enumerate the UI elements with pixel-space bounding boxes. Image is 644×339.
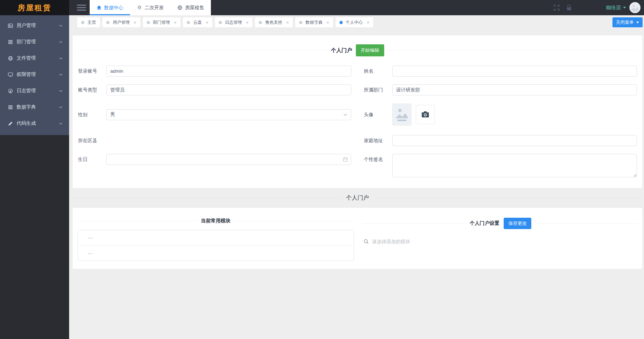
- close-icon[interactable]: ×: [367, 20, 370, 25]
- close-icon[interactable]: ×: [246, 20, 249, 25]
- avatar[interactable]: [629, 2, 640, 13]
- chevron-down-icon: [59, 24, 63, 28]
- sidebar-item-label: 权限管理: [17, 71, 59, 78]
- sidebar-item-label: 用户管理: [17, 22, 59, 29]
- tab-label: 主页: [88, 20, 96, 26]
- sidebar-background: [0, 135, 69, 339]
- tab-dot-icon: [219, 21, 222, 24]
- sidebar-menu: 用户管理 部门管理 文件管理: [0, 15, 69, 135]
- divider-title: 个人门户: [346, 194, 369, 202]
- top-navbar: 数据中心 二次开发 房屋租售 幽络源: [69, 0, 644, 15]
- list-item[interactable]: ---: [78, 230, 354, 245]
- field-district: 所在区县: [78, 135, 351, 146]
- sidebar-item-log-management[interactable]: 日志管理: [0, 83, 69, 99]
- portal-section-header: 个人门户 开始编辑: [78, 44, 637, 56]
- tab-dot-icon: [340, 21, 343, 24]
- top-nav-tabs: 数据中心 二次开发 房屋租售: [90, 0, 211, 15]
- user-menu[interactable]: 幽络源: [606, 2, 640, 13]
- tab-role-support[interactable]: 角色支持 ×: [255, 17, 293, 27]
- field-label: 性别: [78, 109, 106, 120]
- nav-item-data-center[interactable]: 数据中心: [90, 0, 130, 15]
- chevron-down-icon: [59, 56, 63, 60]
- form-row: 登录账号 姓名: [78, 66, 637, 77]
- tab-home[interactable]: 主页: [77, 17, 100, 27]
- module-list: --- ---: [78, 230, 354, 261]
- home-address-input[interactable]: [392, 135, 637, 146]
- tab-log-management[interactable]: 日志管理 ×: [215, 17, 253, 27]
- divider-line: [535, 223, 639, 224]
- tab-dot-icon: [259, 21, 262, 24]
- sidebar-item-code-generation[interactable]: 代码生成: [0, 115, 69, 132]
- log-icon: [8, 88, 13, 94]
- name-input[interactable]: [392, 66, 637, 77]
- sidebar-item-label: 数据字典: [17, 104, 59, 110]
- form-row: 生日 个性签名: [78, 154, 637, 179]
- birthday-input[interactable]: [106, 154, 351, 165]
- user-name: 幽络源: [606, 5, 621, 11]
- avatar-image-placeholder[interactable]: [392, 104, 411, 126]
- hamburger-menu-icon[interactable]: [77, 0, 86, 15]
- tab-data-dictionary[interactable]: 数据字典 ×: [295, 17, 333, 27]
- list-item[interactable]: ---: [78, 245, 354, 261]
- sidebar-item-label: 代码生成: [17, 120, 59, 127]
- tab-user-management[interactable]: 用户管理 ×: [102, 17, 140, 27]
- sidebar-item-user-management[interactable]: 用户管理: [0, 17, 69, 34]
- close-icon[interactable]: ×: [286, 20, 289, 25]
- close-icon[interactable]: ×: [206, 20, 208, 25]
- nav-item-secondary-dev[interactable]: 二次开发: [130, 0, 170, 15]
- field-label: 所属部门: [364, 84, 392, 95]
- fullscreen-icon[interactable]: [553, 4, 560, 11]
- close-icon[interactable]: ×: [174, 20, 177, 25]
- department-input[interactable]: [392, 84, 637, 95]
- gender-select[interactable]: 男: [106, 109, 351, 120]
- signature-textarea[interactable]: [392, 154, 637, 177]
- chevron-down-icon: [59, 89, 63, 93]
- nav-item-label: 房屋租售: [185, 5, 204, 11]
- account-type-input[interactable]: [106, 84, 351, 95]
- globe-icon: [177, 5, 183, 10]
- calendar-icon[interactable]: [343, 157, 348, 162]
- nav-item-house-rental[interactable]: 房屋租售: [170, 0, 211, 15]
- field-label: 家庭地址: [364, 135, 392, 146]
- chevron-down-icon: [343, 112, 348, 117]
- login-account-input[interactable]: [106, 66, 351, 77]
- save-changes-button[interactable]: 保存更改: [504, 218, 531, 229]
- monitor-icon: [8, 72, 13, 77]
- nav-item-label: 数据中心: [104, 5, 123, 11]
- tab-department-management[interactable]: 部门管理 ×: [143, 17, 181, 27]
- camera-icon: [421, 110, 430, 119]
- settings-header: 个人门户设置 保存更改: [363, 218, 639, 229]
- sidebar-item-department-management[interactable]: 部门管理: [0, 34, 69, 50]
- field-label: 所在区县: [78, 135, 106, 146]
- sidebar-item-file-management[interactable]: 文件管理: [0, 50, 69, 66]
- upload-avatar-button[interactable]: [416, 105, 435, 124]
- field-name: 姓名: [364, 66, 637, 77]
- close-menu-button[interactable]: 关闭菜单: [612, 17, 643, 27]
- lock-icon[interactable]: [566, 4, 572, 11]
- divider-line: [78, 50, 327, 51]
- chevron-down-icon: [623, 7, 626, 9]
- module-search: [363, 239, 639, 244]
- close-icon[interactable]: ×: [326, 20, 329, 25]
- close-icon[interactable]: ×: [134, 20, 136, 25]
- tab-label: 角色支持: [265, 20, 282, 26]
- divider-line: [363, 223, 466, 224]
- grid-icon: [8, 39, 13, 45]
- tab-personal-center[interactable]: 个人中心 ×: [336, 17, 374, 27]
- field-label: 姓名: [364, 66, 392, 77]
- globe-icon: [8, 56, 13, 61]
- chevron-down-icon: [59, 40, 63, 44]
- tab-dot-icon: [106, 21, 110, 24]
- form-row: 账号类型 所属部门: [78, 84, 637, 95]
- current-modules-pane: 当前常用模块 --- ---: [73, 208, 358, 261]
- sidebar-item-permission-management[interactable]: 权限管理: [0, 66, 69, 83]
- module-search-input[interactable]: [372, 239, 639, 244]
- start-edit-button[interactable]: 开始编辑: [356, 44, 384, 56]
- tab-cloud-disk[interactable]: 云盘 ×: [183, 17, 212, 27]
- sidebar-item-label: 日志管理: [17, 88, 59, 94]
- divider-line: [234, 221, 354, 221]
- tab-label: 部门管理: [153, 20, 170, 26]
- field-department: 所属部门: [364, 84, 637, 95]
- sidebar-item-data-dictionary[interactable]: 数据字典: [0, 99, 69, 115]
- tab-label: 个人中心: [346, 20, 363, 26]
